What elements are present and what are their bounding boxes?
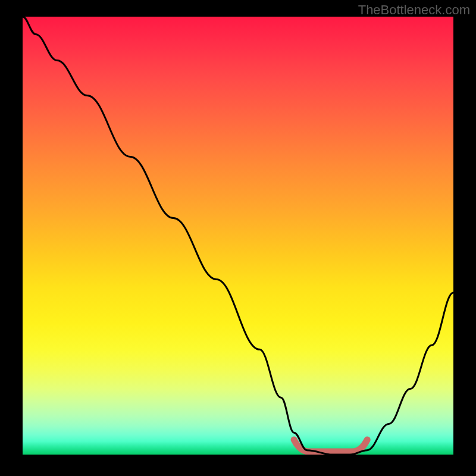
- chart-svg: [23, 17, 453, 455]
- plot-area: [23, 17, 453, 455]
- attribution-text: TheBottleneck.com: [358, 2, 470, 18]
- bottleneck-curve: [23, 17, 453, 455]
